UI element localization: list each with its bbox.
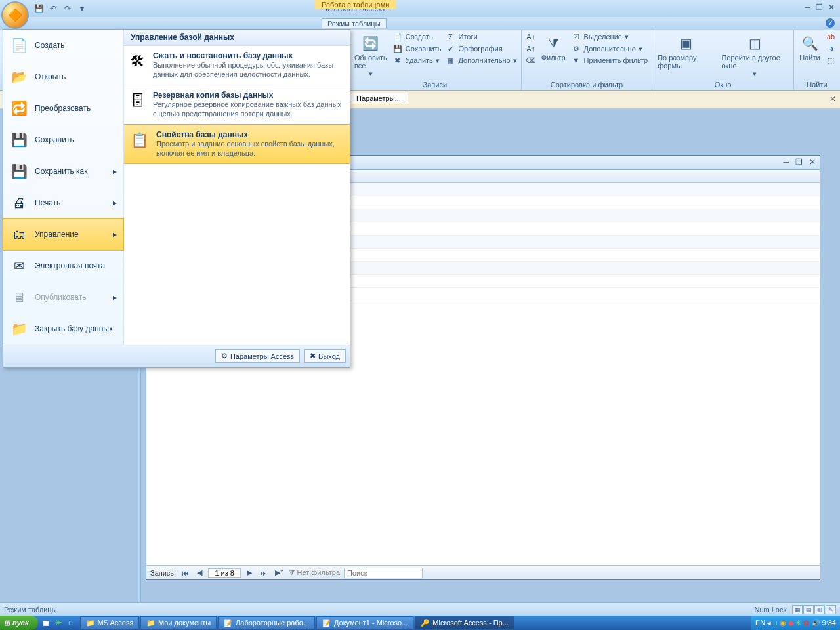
ql-icon-1[interactable]: ◼ xyxy=(41,618,51,628)
email-icon: ✉ xyxy=(10,257,28,275)
task-item[interactable]: 📁 MS Access xyxy=(80,616,139,629)
tray-icon[interactable]: ◆ xyxy=(788,619,793,627)
switch-icon: ◫ xyxy=(744,33,765,54)
abc-icon: ✔ xyxy=(445,43,455,54)
view-pivot-icon[interactable]: ▤ xyxy=(803,605,814,614)
quick-access-toolbar: 💾 ↶ ↷ ▾ xyxy=(33,3,88,14)
selection-filter-button[interactable]: ☑Выделение ▾ xyxy=(571,32,648,42)
totals-button[interactable]: ΣИтоги xyxy=(445,32,516,42)
group-window: ▣ По размеру формы ◫ Перейти в другое ок… xyxy=(652,30,794,90)
save-record-button[interactable]: 💾Сохранить xyxy=(392,43,442,54)
clear-sort-button[interactable]: ⌫ xyxy=(526,55,536,66)
menu-save[interactable]: 💾Сохранить xyxy=(3,124,123,156)
redo-icon[interactable]: ↷ xyxy=(62,3,74,14)
view-chart-icon[interactable]: ▥ xyxy=(814,605,825,614)
refresh-icon: 🔄 xyxy=(360,33,381,54)
task-item-active[interactable]: 🔑 Microsoft Access - Пр... xyxy=(415,616,514,629)
fit-icon: ▣ xyxy=(676,33,697,54)
manage-panel-header: Управление базой данных xyxy=(124,30,350,46)
goto-button[interactable]: ➜ xyxy=(826,43,836,54)
filter-button[interactable]: ⧩ Фильтр xyxy=(540,32,567,63)
undo-icon[interactable]: ↶ xyxy=(47,3,59,14)
manage-icon: 🗂 xyxy=(10,225,28,243)
toggle-filter-icon: ▼ xyxy=(571,55,581,66)
view-datasheet-icon[interactable]: ▦ xyxy=(792,605,803,614)
start-button[interactable]: ⊞пуск xyxy=(0,616,38,630)
ie-icon[interactable]: e xyxy=(66,618,76,628)
help-icon[interactable]: ? xyxy=(826,18,835,28)
new-record-button[interactable]: 📄Создать xyxy=(392,32,442,42)
group-find: 🔍 Найти ab ➜ ⬚ Найти xyxy=(794,30,840,90)
office-menu-footer: ⚙Параметры Access ✖Выход xyxy=(3,345,350,367)
delete-record-button[interactable]: ✖Удалить ▾ xyxy=(392,55,442,66)
nav-new-icon[interactable]: ▶* xyxy=(273,568,285,577)
select-button[interactable]: ⬚ xyxy=(826,55,836,66)
lang-indicator[interactable]: EN xyxy=(755,619,765,627)
minimize-button[interactable]: ─ xyxy=(805,3,810,12)
menu-convert[interactable]: 🔁Преобразовать xyxy=(3,93,123,124)
switch-window-button[interactable]: ◫ Перейти в другое окно▾ xyxy=(720,32,789,79)
search-input[interactable] xyxy=(344,568,423,578)
menu-create[interactable]: 📄Создать xyxy=(3,30,123,61)
restore-button[interactable]: ❐ xyxy=(816,3,823,12)
menu-manage[interactable]: 🗂Управление▸ xyxy=(3,218,124,251)
refresh-all-button[interactable]: 🔄 Обновить все▾ xyxy=(353,32,388,79)
nav-first-icon[interactable]: ⏮ xyxy=(180,569,191,577)
system-tray: EN ◂ μ ◉ ◆ ✳ ✿ 🔊 9:34 xyxy=(751,616,840,630)
backup-db-item[interactable]: 🗄 Резервная копия базы данныхРегулярное … xyxy=(124,85,350,125)
sort-desc-button[interactable]: A↑ xyxy=(526,43,536,54)
security-options-button[interactable]: Параметры... xyxy=(349,93,408,104)
view-design-icon[interactable]: ✎ xyxy=(826,605,836,614)
convert-icon: 🔁 xyxy=(10,99,28,117)
tray-icon[interactable]: ✳ xyxy=(795,619,801,627)
office-button[interactable]: 🔶 xyxy=(1,1,29,29)
nav-next-icon[interactable]: ▶ xyxy=(245,568,254,577)
toggle-filter-button[interactable]: ▼Применить фильтр xyxy=(571,55,648,66)
tray-icon[interactable]: ◂ xyxy=(767,619,771,627)
ds-minimize-icon[interactable]: ─ xyxy=(783,158,789,167)
task-item[interactable]: 📝 Документ1 - Microso... xyxy=(316,616,413,629)
more-records-button[interactable]: ▦Дополнительно ▾ xyxy=(445,55,516,66)
menu-close-db[interactable]: 📁Закрыть базу данных xyxy=(3,313,123,345)
db-properties-item[interactable]: 📋 Свойства базы данныхПросмотр и задание… xyxy=(124,124,350,164)
menu-open[interactable]: 📂Открыть xyxy=(3,61,123,93)
tray-icon[interactable]: ✿ xyxy=(803,619,809,627)
tray-icon[interactable]: 🔊 xyxy=(811,619,820,627)
save-icon[interactable]: 💾 xyxy=(33,3,45,14)
replace-button[interactable]: ab xyxy=(826,32,836,42)
task-item[interactable]: 📁 Мои документы xyxy=(140,616,217,629)
security-close-icon[interactable]: ✕ xyxy=(830,94,836,104)
task-item[interactable]: 📝 Лабораторные рабо... xyxy=(218,616,315,629)
tray-icon[interactable]: ◉ xyxy=(780,619,786,627)
taskbar: ⊞пуск ◼ ✳ e 📁 MS Access 📁 Мои документы … xyxy=(0,616,840,630)
qat-dropdown-icon[interactable]: ▾ xyxy=(76,3,88,14)
menu-email[interactable]: ✉Электронная почта xyxy=(3,250,123,282)
sort-asc-button[interactable]: A↓ xyxy=(526,32,536,42)
nav-prev-icon[interactable]: ◀ xyxy=(195,568,204,577)
tab-datasheet-mode[interactable]: Режим таблицы xyxy=(322,18,387,28)
fit-form-button[interactable]: ▣ По размеру формы xyxy=(656,32,716,71)
tray-icon[interactable]: μ xyxy=(773,619,777,627)
sigma-icon: Σ xyxy=(445,32,455,42)
nav-last-icon[interactable]: ⏭ xyxy=(258,569,269,577)
ql-icon-2[interactable]: ✳ xyxy=(53,618,64,628)
clear-sort-icon: ⌫ xyxy=(526,55,536,66)
view-switcher: ▦ ▤ ▥ ✎ xyxy=(792,605,836,614)
ds-restore-icon[interactable]: ❐ xyxy=(795,158,803,167)
close-button[interactable]: ✕ xyxy=(828,3,835,12)
access-options-button[interactable]: ⚙Параметры Access xyxy=(215,349,300,363)
compact-repair-item[interactable]: 🛠 Сжать и восстановить базу данныхВыполн… xyxy=(124,46,350,85)
status-bar: Режим таблицы Num Lock ▦ ▤ ▥ ✎ xyxy=(0,602,840,616)
menu-publish: 🖥Опубликовать▸ xyxy=(3,282,123,313)
menu-print[interactable]: 🖨Печать▸ xyxy=(3,187,123,219)
ds-close-icon[interactable]: ✕ xyxy=(809,158,816,167)
spelling-button[interactable]: ✔Орфография xyxy=(445,43,516,54)
find-button[interactable]: 🔍 Найти xyxy=(798,32,822,63)
menu-save-as[interactable]: 💾Сохранить как▸ xyxy=(3,156,123,187)
advanced-filter-button[interactable]: ⚙Дополнительно ▾ xyxy=(571,43,648,54)
exit-button[interactable]: ✖Выход xyxy=(304,349,346,363)
record-position[interactable] xyxy=(208,568,241,578)
compact-icon: 🛠 xyxy=(131,51,145,72)
no-filter-label: ⧩ Нет фильтра xyxy=(289,568,340,577)
clock[interactable]: 9:34 xyxy=(822,619,836,627)
